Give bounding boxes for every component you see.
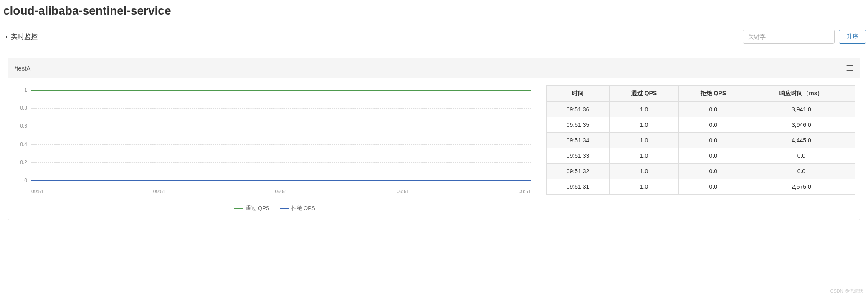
legend-swatch-pass xyxy=(234,208,243,209)
panel-title: /testA xyxy=(15,65,30,72)
table-cell: 09:51:34 xyxy=(547,133,610,148)
chart-legend: 通过 QPS 拒绝 QPS xyxy=(13,205,536,212)
table-cell: 1.0 xyxy=(610,117,679,133)
table-cell: 0.0 xyxy=(678,179,748,195)
sort-button[interactable]: 升序 xyxy=(839,30,866,44)
table-cell: 0.0 xyxy=(748,164,855,179)
table-cell: 1.0 xyxy=(610,148,679,164)
grid-line xyxy=(31,144,531,145)
table-row: 09:51:331.00.00.0 xyxy=(547,148,855,164)
table-cell: 0.0 xyxy=(678,148,748,164)
y-tick: 0.4 xyxy=(20,142,27,147)
table-header: 响应时间（ms） xyxy=(748,86,855,102)
table-cell: 0.0 xyxy=(678,117,748,133)
table-cell: 0.0 xyxy=(748,148,855,164)
grid-line xyxy=(31,162,531,163)
legend-pass: 通过 QPS xyxy=(234,205,269,212)
series-line xyxy=(31,180,531,181)
table-cell: 1.0 xyxy=(610,179,679,195)
grid-line xyxy=(31,126,531,126)
y-tick: 1 xyxy=(24,87,27,93)
table-cell: 1.0 xyxy=(610,102,679,117)
search-input[interactable] xyxy=(743,30,835,44)
y-tick: 0.8 xyxy=(20,105,27,111)
table-cell: 0.0 xyxy=(678,164,748,179)
chart-icon xyxy=(2,33,8,41)
x-tick: 09:51 xyxy=(31,189,44,195)
chart: 00.20.40.60.81 09:5109:5109:5109:5109:51… xyxy=(13,85,536,212)
table-cell: 09:51:32 xyxy=(547,164,610,179)
table-row: 09:51:321.00.00.0 xyxy=(547,164,855,179)
y-tick: 0 xyxy=(24,177,27,183)
table-cell: 09:51:31 xyxy=(547,179,610,195)
table-header: 拒绝 QPS xyxy=(678,86,748,102)
table-header: 通过 QPS xyxy=(610,86,679,102)
table-cell: 2,575.0 xyxy=(748,179,855,195)
table-cell: 0.0 xyxy=(678,133,748,148)
x-tick: 09:51 xyxy=(275,189,287,195)
x-tick: 09:51 xyxy=(397,189,409,195)
table-cell: 1.0 xyxy=(610,133,679,148)
legend-label-block: 拒绝 QPS xyxy=(291,205,315,212)
y-tick: 0.2 xyxy=(20,159,27,165)
table-row: 09:51:341.00.04,445.0 xyxy=(547,133,855,148)
y-tick: 0.6 xyxy=(20,123,27,129)
page-title: cloud-alibaba-sentinel-service xyxy=(3,4,860,18)
table-row: 09:51:351.00.03,946.0 xyxy=(547,117,855,133)
table-row: 09:51:361.00.03,941.0 xyxy=(547,102,855,117)
table-row: 09:51:311.00.02,575.0 xyxy=(547,179,855,195)
table-cell: 09:51:36 xyxy=(547,102,610,117)
menu-icon[interactable]: ☰ xyxy=(846,63,853,73)
table-cell: 3,946.0 xyxy=(748,117,855,133)
table-header: 时间 xyxy=(547,86,610,102)
x-tick: 09:51 xyxy=(519,189,531,195)
metric-panel: /testA ☰ 00.20.40.60.81 09:5109:5109:510… xyxy=(8,58,860,220)
table-cell: 09:51:35 xyxy=(547,117,610,133)
toolbar-label: 实时监控 xyxy=(11,33,38,41)
table-cell: 4,445.0 xyxy=(748,133,855,148)
table-cell: 3,941.0 xyxy=(748,102,855,117)
x-tick: 09:51 xyxy=(153,189,166,195)
table-cell: 0.0 xyxy=(678,102,748,117)
legend-swatch-block xyxy=(280,208,289,209)
table-cell: 09:51:33 xyxy=(547,148,610,164)
metrics-table: 时间通过 QPS拒绝 QPS响应时间（ms） 09:51:361.00.03,9… xyxy=(546,85,855,212)
series-line xyxy=(31,90,531,91)
panel-header: /testA ☰ xyxy=(8,58,860,78)
grid-line xyxy=(31,108,531,109)
table-cell: 1.0 xyxy=(610,164,679,179)
legend-label-pass: 通过 QPS xyxy=(245,205,269,212)
legend-block: 拒绝 QPS xyxy=(280,205,315,212)
toolbar: 实时监控 升序 xyxy=(0,26,868,49)
